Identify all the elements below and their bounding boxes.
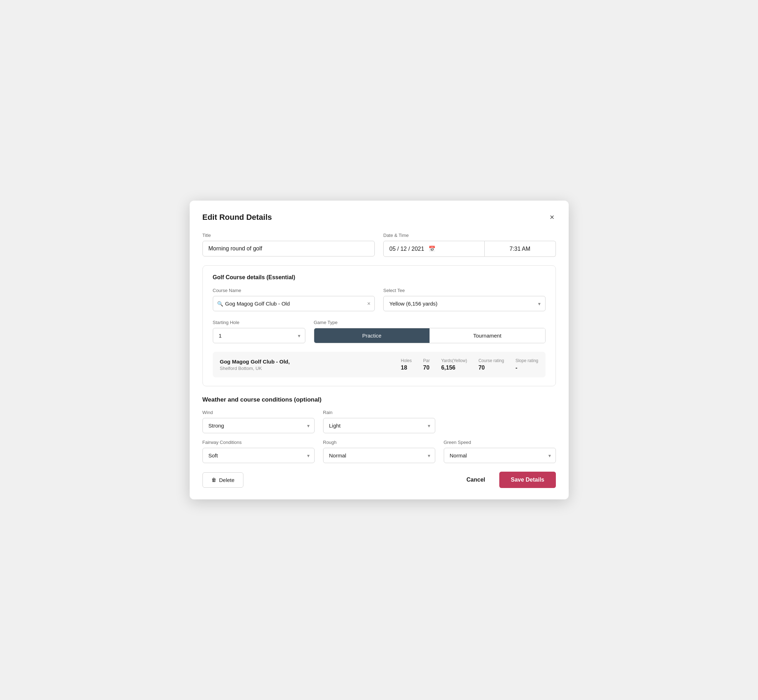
select-tee-dropdown[interactable]: Yellow (6,156 yards) bbox=[383, 296, 545, 311]
course-location: Shelford Bottom, UK bbox=[220, 366, 390, 371]
par-stat: Par 70 bbox=[423, 358, 430, 371]
fairway-label: Fairway Conditions bbox=[202, 440, 315, 445]
conditions-title: Weather and course conditions (optional) bbox=[202, 396, 556, 403]
golf-course-section: Golf Course details (Essential) Course N… bbox=[202, 266, 556, 386]
conditions-section: Weather and course conditions (optional)… bbox=[202, 396, 556, 463]
rough-wrapper: Normal ▾ bbox=[323, 448, 435, 463]
rain-wrapper: Light ▾ bbox=[323, 418, 435, 433]
fairway-wrapper: Soft ▾ bbox=[202, 448, 315, 463]
delete-button[interactable]: 🗑 Delete bbox=[202, 472, 243, 488]
slope-rating-value: - bbox=[515, 364, 517, 371]
game-type-group: Game Type Practice Tournament bbox=[314, 320, 545, 343]
holes-stat: Holes 18 bbox=[401, 358, 412, 371]
datetime-group: Date & Time 05 / 12 / 2021 📅 7:31 AM bbox=[383, 233, 556, 257]
course-rating-label: Course rating bbox=[478, 358, 504, 363]
modal-header: Edit Round Details × bbox=[202, 212, 556, 223]
holes-value: 18 bbox=[401, 364, 407, 371]
par-label: Par bbox=[423, 358, 430, 363]
wind-dropdown[interactable]: Strong bbox=[202, 418, 315, 433]
starting-hole-group: Starting Hole 1 ▾ bbox=[213, 320, 305, 343]
wind-group: Wind Strong ▾ bbox=[202, 410, 315, 433]
title-group: Title bbox=[202, 233, 375, 256]
select-tee-group: Select Tee Yellow (6,156 yards) ▾ bbox=[383, 288, 545, 311]
starting-hole-wrapper: 1 ▾ bbox=[213, 328, 305, 343]
green-speed-wrapper: Normal ▾ bbox=[444, 448, 556, 463]
yards-stat: Yards(Yellow) 6,156 bbox=[441, 358, 467, 371]
rough-dropdown[interactable]: Normal bbox=[323, 448, 435, 463]
course-stats: Holes 18 Par 70 Yards(Yellow) 6,156 Cour… bbox=[401, 358, 538, 371]
starting-hole-label: Starting Hole bbox=[213, 320, 305, 325]
wind-wrapper: Strong ▾ bbox=[202, 418, 315, 433]
title-datetime-row: Title Date & Time 05 / 12 / 2021 📅 7:31 … bbox=[202, 233, 556, 257]
rough-label: Rough bbox=[323, 440, 435, 445]
green-speed-label: Green Speed bbox=[444, 440, 556, 445]
tournament-button[interactable]: Tournament bbox=[429, 328, 545, 343]
delete-label: Delete bbox=[219, 477, 235, 483]
green-speed-dropdown[interactable]: Normal bbox=[444, 448, 556, 463]
course-name-display: Gog Magog Golf Club - Old, bbox=[220, 359, 390, 364]
rain-group: Rain Light ▾ bbox=[323, 410, 435, 433]
footer-row: 🗑 Delete Cancel Save Details bbox=[202, 472, 556, 488]
time-value: 7:31 AM bbox=[510, 246, 531, 252]
starting-hole-dropdown[interactable]: 1 bbox=[213, 328, 305, 343]
title-input[interactable] bbox=[202, 241, 375, 256]
fairway-rough-green-row: Fairway Conditions Soft ▾ Rough Normal ▾ bbox=[202, 440, 556, 463]
close-button[interactable]: × bbox=[548, 212, 556, 223]
practice-button[interactable]: Practice bbox=[314, 328, 430, 343]
course-name-wrapper: 🔍 × bbox=[213, 296, 375, 311]
yards-label: Yards(Yellow) bbox=[441, 358, 467, 363]
course-rating-stat: Course rating 70 bbox=[478, 358, 504, 371]
par-value: 70 bbox=[423, 364, 429, 371]
modal-title: Edit Round Details bbox=[202, 213, 272, 222]
time-input-box[interactable]: 7:31 AM bbox=[485, 241, 556, 257]
edit-round-modal: Edit Round Details × Title Date & Time 0… bbox=[190, 201, 568, 499]
course-info-card: Gog Magog Golf Club - Old, Shelford Bott… bbox=[213, 352, 545, 377]
calendar-icon: 📅 bbox=[429, 245, 435, 252]
course-name-clear-button[interactable]: × bbox=[367, 300, 370, 307]
game-type-label: Game Type bbox=[314, 320, 545, 325]
trash-icon: 🗑 bbox=[211, 477, 216, 483]
rain-label: Rain bbox=[323, 410, 435, 415]
course-tee-row: Course Name 🔍 × Select Tee Yellow (6,156… bbox=[213, 288, 545, 311]
footer-right: Cancel Save Details bbox=[461, 472, 556, 488]
course-rating-value: 70 bbox=[478, 364, 485, 371]
date-input-box[interactable]: 05 / 12 / 2021 📅 bbox=[383, 241, 485, 257]
green-speed-group: Green Speed Normal ▾ bbox=[444, 440, 556, 463]
cancel-button[interactable]: Cancel bbox=[461, 472, 491, 487]
course-name-group: Course Name 🔍 × bbox=[213, 288, 375, 311]
search-icon: 🔍 bbox=[217, 301, 223, 306]
slope-rating-stat: Slope rating - bbox=[515, 358, 538, 371]
save-button[interactable]: Save Details bbox=[499, 472, 556, 488]
datetime-label: Date & Time bbox=[383, 233, 556, 238]
fairway-group: Fairway Conditions Soft ▾ bbox=[202, 440, 315, 463]
yards-value: 6,156 bbox=[441, 364, 456, 371]
course-info-name: Gog Magog Golf Club - Old, Shelford Bott… bbox=[220, 359, 390, 371]
rain-dropdown[interactable]: Light bbox=[323, 418, 435, 433]
holes-label: Holes bbox=[401, 358, 412, 363]
wind-rain-row: Wind Strong ▾ Rain Light ▾ bbox=[202, 410, 556, 433]
course-name-label: Course Name bbox=[213, 288, 375, 293]
date-time-wrapper: 05 / 12 / 2021 📅 7:31 AM bbox=[383, 241, 556, 257]
rough-group: Rough Normal ▾ bbox=[323, 440, 435, 463]
hole-gametype-row: Starting Hole 1 ▾ Game Type Practice Tou… bbox=[213, 320, 545, 343]
wind-label: Wind bbox=[202, 410, 315, 415]
golf-course-section-title: Golf Course details (Essential) bbox=[213, 274, 545, 281]
course-name-input[interactable] bbox=[213, 296, 375, 311]
slope-rating-label: Slope rating bbox=[515, 358, 538, 363]
title-label: Title bbox=[202, 233, 375, 238]
fairway-dropdown[interactable]: Soft bbox=[202, 448, 315, 463]
game-type-toggle: Practice Tournament bbox=[314, 328, 545, 343]
select-tee-wrapper: Yellow (6,156 yards) ▾ bbox=[383, 296, 545, 311]
date-value: 05 / 12 / 2021 bbox=[389, 246, 424, 252]
select-tee-label: Select Tee bbox=[383, 288, 545, 293]
